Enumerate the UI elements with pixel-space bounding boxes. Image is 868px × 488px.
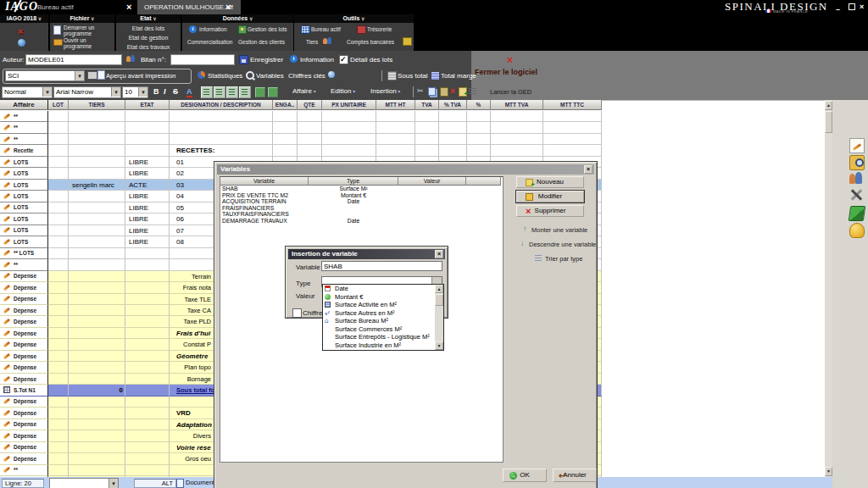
quit-icon[interactable]: ×	[18, 27, 23, 36]
sous-total-button[interactable]: Sous total	[398, 72, 428, 80]
variable-row[interactable]: SHABSurface M²	[220, 186, 503, 192]
edition-menu[interactable]: Edition	[331, 87, 355, 95]
strikethrough-button[interactable]: S	[173, 87, 178, 96]
variable-row[interactable]: PRIX DE VENTE TTC M2Montant €	[220, 192, 503, 199]
align-justify-button[interactable]	[239, 86, 251, 98]
variable-row[interactable]: TAUXFRAISFINANCIERS	[220, 211, 503, 218]
menu-item-comptes-bancaires[interactable]: Comptes bancaires	[347, 39, 394, 45]
close-app-icon[interactable]: ×	[507, 56, 513, 64]
total-marge-button[interactable]: Total marge	[441, 72, 476, 80]
menu-item-etat-des-travaux[interactable]: Etat des travaux	[116, 44, 181, 51]
column-header-lot[interactable]: LOT	[48, 100, 69, 110]
type-option[interactable]: Surface Autres en M²x²	[323, 309, 435, 318]
table-row[interactable]: **	[0, 111, 602, 122]
cut-icon[interactable]: ✂	[417, 86, 424, 95]
close-window-button[interactable]: ×	[860, 3, 864, 11]
variable-input[interactable]: SHAB	[321, 261, 442, 271]
scrollbar-thumb[interactable]	[825, 111, 832, 133]
detail-lots-checkbox[interactable]	[339, 55, 348, 64]
close-icon[interactable]: ×	[126, 2, 131, 12]
affaire-menu[interactable]: Affaire	[292, 87, 316, 95]
column-header-designation-description[interactable]: DESIGNATION / DESCRIPTION	[170, 100, 273, 110]
italic-button[interactable]: I	[164, 87, 166, 96]
fermer-logiciel-button[interactable]: Fermer le logiciel	[475, 68, 537, 76]
menu-item-commercialisation[interactable]: Commercialisation	[187, 39, 232, 45]
menu-item-demarrer-programme[interactable]: Démarrer un programme	[64, 25, 113, 36]
copy-icon[interactable]	[428, 87, 436, 96]
enregistrer-button[interactable]: Enregistrer	[250, 56, 283, 64]
column-header-mtt-tva[interactable]: MTT TVA	[491, 100, 543, 110]
align-left-button[interactable]	[201, 86, 213, 98]
style-dropdown[interactable]: Normal	[2, 86, 53, 98]
table-row[interactable]: **	[0, 122, 602, 133]
delete-icon[interactable]: ×	[450, 87, 455, 96]
scroll-down-button[interactable]: ▼	[825, 467, 832, 476]
folder-search-icon[interactable]	[849, 155, 865, 170]
menu-donnees[interactable]: Données	[182, 14, 293, 23]
menu-item-gestion-des-lots[interactable]: Gestion des lots	[248, 26, 287, 32]
chevron-down-icon[interactable]	[111, 87, 120, 97]
column-header-tiers[interactable]: TIERS	[69, 100, 125, 110]
type-option[interactable]: Surface Commerces M²	[323, 325, 435, 334]
menu-item-etat-de-gestion[interactable]: Etat de gestion	[116, 35, 181, 42]
column-header-px-unitaire[interactable]: PX UNITAIRE	[322, 100, 376, 110]
menu-iago-2018[interactable]: IAGO 2018	[0, 14, 48, 23]
font-dropdown[interactable]: Arial Narrow	[53, 86, 121, 98]
insertion-dialog-title[interactable]: Insertion de variable	[288, 249, 445, 259]
bilan-input[interactable]	[170, 54, 235, 65]
variables-column-type[interactable]: Type	[309, 177, 398, 186]
apercu-button[interactable]: Aperçu avant impression	[106, 72, 176, 80]
descendre-variable-link[interactable]: Descendre une variable	[529, 241, 596, 248]
column-header-tva[interactable]: TVA	[415, 100, 439, 110]
variables-column-valeur[interactable]: Valeur	[398, 177, 466, 186]
chevron-down-icon[interactable]	[138, 87, 147, 97]
table-row[interactable]: **	[0, 134, 602, 145]
type-option[interactable]: Surface Activité en M²	[323, 301, 435, 309]
type-option[interactable]: Date	[323, 285, 435, 293]
scroll-up-button[interactable]: ▲	[825, 101, 832, 110]
sci-dropdown[interactable]: SCI	[5, 70, 85, 81]
document-label[interactable]: Document	[186, 479, 214, 486]
lancer-ged-button[interactable]: Lancer la GED	[490, 88, 531, 96]
globe-icon[interactable]	[18, 39, 25, 47]
chiffres-cles-checkbox[interactable]	[292, 308, 302, 318]
variable-row[interactable]: FRAISFINANCIERS	[220, 205, 503, 212]
column-header-qte[interactable]: QTE	[298, 100, 322, 110]
column-header-col[interactable]: %	[467, 100, 491, 110]
variable-row[interactable]: DEMARRAGE TRAVAUXDate	[220, 218, 503, 225]
bold-button[interactable]: B	[153, 87, 159, 96]
menu-item-tresorerie[interactable]: Trésorerie	[367, 26, 392, 32]
variables-button[interactable]: Variables	[256, 72, 284, 80]
ok-button[interactable]: OK	[503, 469, 547, 482]
supprimer-button[interactable]: × Supprimer	[516, 205, 584, 217]
add-row-icon[interactable]	[459, 87, 467, 97]
dropdown-scrollbar[interactable]: ▲ ▼	[435, 285, 443, 350]
menu-item-tiers[interactable]: Tiers	[306, 39, 318, 45]
chevron-down-icon[interactable]	[75, 71, 84, 80]
scrollbar-thumb[interactable]	[435, 294, 443, 306]
font-color-button[interactable]: A	[186, 87, 192, 97]
annuler-button[interactable]: ↩ Annuler	[553, 469, 597, 482]
indent-decrease-button[interactable]	[268, 87, 278, 97]
scroll-down-button[interactable]: ▼	[435, 341, 443, 350]
information-button[interactable]: Information	[300, 56, 334, 64]
menu-item-gestion-des-clients[interactable]: Gestion des clients	[238, 39, 285, 45]
close-icon[interactable]: ×	[225, 2, 231, 12]
variable-row[interactable]: ACQUISITION TERRAINDate	[220, 198, 503, 205]
insertion-menu[interactable]: Insertion	[370, 87, 400, 95]
variables-dialog-title[interactable]: Variables	[217, 164, 594, 175]
close-icon[interactable]: ×	[435, 250, 443, 258]
vertical-scrollbar[interactable]: ▲ ▼	[825, 100, 832, 477]
column-header-enga[interactable]: ENGA..	[273, 100, 298, 110]
status-dropdown[interactable]	[49, 478, 119, 488]
modifier-button[interactable]: Modifier	[516, 191, 584, 202]
column-header-etat[interactable]: ETAT	[125, 100, 170, 110]
auteur-input[interactable]: MODELE01	[25, 54, 122, 65]
menu-item-information[interactable]: Information	[199, 26, 227, 32]
menu-fichier[interactable]: Fichier	[50, 14, 114, 23]
scroll-up-button[interactable]: ▲	[435, 285, 443, 293]
type-option[interactable]: Surface Industrie en M²	[323, 341, 435, 350]
statistiques-button[interactable]: Statistiques	[208, 72, 242, 80]
paste-icon[interactable]	[440, 87, 448, 97]
list-icon[interactable]	[469, 88, 476, 95]
